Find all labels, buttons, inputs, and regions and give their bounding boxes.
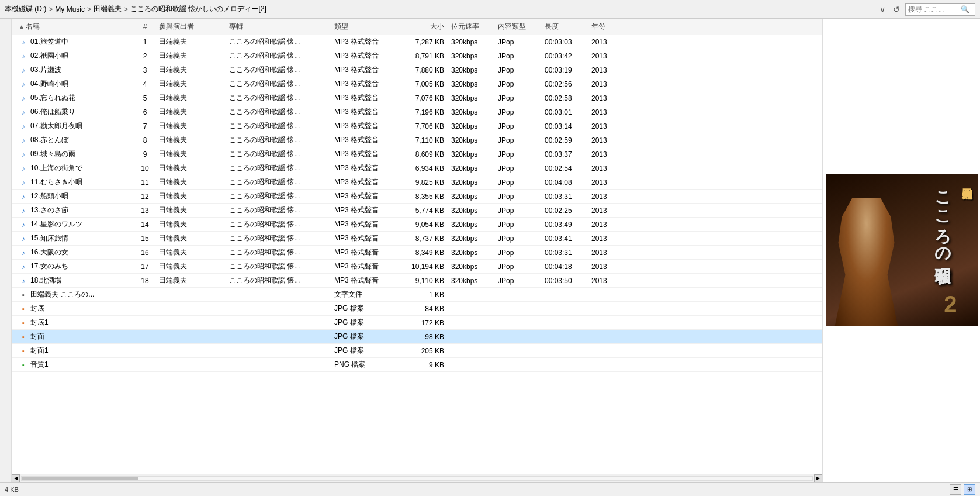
file-num-cell: 7 [133,122,157,130]
file-name-cell: ♪ 06.俺は船乗り [16,107,133,117]
table-row[interactable]: ♪ 02.祇園小唄 2 田端義夫 こころの昭和歌謡 懐... MP3 格式聲音 … [12,49,822,63]
hscroll-left-arrow[interactable]: ◀ [12,474,20,483]
file-year-cell: 2013 [589,277,624,285]
breadcrumb-drive[interactable]: 本機磁碟 (D:) [5,4,46,14]
col-header-num[interactable]: # [133,23,157,31]
table-row[interactable]: ♪ 15.知床旅情 15 田端義夫 こころの昭和歌謡 懐... MP3 格式聲音… [12,232,822,246]
col-header-artist[interactable]: 參與演出者 [157,22,227,32]
file-name-cell: ♪ 09.城々島の雨 [16,149,133,159]
album-panel: こころの昭和歌 田端義夫 2 [822,19,980,482]
file-year-cell: 2013 [589,235,624,243]
file-duration-cell: 00:04:08 [542,178,589,187]
table-row[interactable]: ♪ 13.さのさ節 13 田端義夫 こころの昭和歌謡 懐... MP3 格式聲音… [12,204,822,218]
file-bitrate-cell: 320kbps [449,235,496,243]
table-row[interactable]: ▪ 田端義夫 こころの... 文字文件 1 KB [12,288,822,302]
breadcrumb-artist[interactable]: 田端義夫 [94,4,122,14]
breadcrumb: 本機磁碟 (D:) > My Music > 田端義夫 > こころの昭和歌謡 懐… [5,4,877,14]
table-row[interactable]: ♪ 07.勘太郎月夜唄 7 田端義夫 こころの昭和歌謡 懐... MP3 格式聲… [12,119,822,133]
file-type-cell: PNG 檔案 [332,360,396,370]
hscroll-track[interactable] [21,476,813,481]
table-row[interactable]: ♪ 11.むらさき小唄 11 田端義夫 こころの昭和歌謡 懐... MP3 格式… [12,175,822,190]
file-size-cell: 84 KB [396,305,449,313]
file-album-cell: こころの昭和歌謡 懐... [227,37,332,47]
refresh-button[interactable]: ↺ [891,4,902,15]
file-size-cell: 8,355 KB [396,192,449,201]
file-bitrate-cell: 320kbps [449,38,496,46]
file-bitrate-cell: 320kbps [449,150,496,159]
search-input[interactable] [908,5,961,13]
music-icon: ♪ [19,234,28,243]
col-header-content[interactable]: 內容類型 [496,22,542,32]
file-duration-cell: 00:03:50 [542,277,589,285]
search-icon[interactable]: 🔍 [961,5,969,13]
file-duration-cell: 00:03:49 [542,221,589,229]
file-bitrate-cell: 320kbps [449,122,496,130]
file-name-cell: ▪ 田端義夫 こころの... [16,290,133,299]
file-bitrate-cell: 320kbps [449,164,496,173]
jpg-icon: ▪ [19,318,28,328]
file-duration-cell: 00:03:31 [542,192,589,201]
hscroll-thumb[interactable] [22,477,138,480]
table-row[interactable]: ♪ 10.上海の街角で 10 田端義夫 こころの昭和歌謡 懐... MP3 格式… [12,161,822,175]
file-num-cell: 8 [133,136,157,144]
table-row[interactable]: ▪ 封面1 JPG 檔案 205 KB [12,344,822,358]
table-row[interactable]: ♪ 06.俺は船乗り 6 田端義夫 こころの昭和歌謡 懐... MP3 格式聲音… [12,105,822,119]
breadcrumb-sep-2: > [87,5,91,13]
col-header-size[interactable]: 大小 [396,22,449,32]
file-album-cell: こころの昭和歌謡 懐... [227,79,332,89]
back-button[interactable]: ∨ [877,4,888,15]
col-header-duration[interactable]: 長度 [542,22,589,32]
table-row[interactable]: ♪ 04.野崎小唄 4 田端義夫 こころの昭和歌謡 懐... MP3 格式聲音 … [12,77,822,91]
file-type-cell: MP3 格式聲音 [332,51,396,61]
file-content-cell: JPop [496,277,542,285]
file-artist-cell: 田端義夫 [157,247,227,257]
file-duration-cell: 00:03:41 [542,235,589,243]
table-row[interactable]: ♪ 17.女のみち 17 田端義夫 こころの昭和歌謡 懐... MP3 格式聲音… [12,260,822,274]
file-num-cell: 12 [133,192,157,201]
file-size-cell: 5,774 KB [396,206,449,215]
file-type-cell: MP3 格式聲音 [332,37,396,47]
view-list-button[interactable]: ☰ [950,484,961,495]
breadcrumb-mymusic[interactable]: My Music [55,5,85,13]
file-type-cell: MP3 格式聲音 [332,65,396,75]
hscroll-right-arrow[interactable]: ▶ [814,474,822,483]
table-row[interactable]: ♪ 01.旅笠道中 1 田端義夫 こころの昭和歌謡 懐... MP3 格式聲音 … [12,35,822,49]
table-row[interactable]: ♪ 08.赤とんぼ 8 田端義夫 こころの昭和歌謡 懐... MP3 格式聲音 … [12,133,822,147]
table-row[interactable]: ♪ 18.北酒場 18 田端義夫 こころの昭和歌謡 懐... MP3 格式聲音 … [12,274,822,288]
table-row[interactable]: ♪ 05.忘られぬ花 5 田端義夫 こころの昭和歌謡 懐... MP3 格式聲音… [12,91,822,105]
col-header-year[interactable]: 年份 [589,22,624,32]
table-row[interactable]: ▪ 音質1 PNG 檔案 9 KB [12,358,822,372]
file-content-cell: JPop [496,52,542,60]
table-row[interactable]: ♪ 14.星影のワルツ 14 田端義夫 こころの昭和歌謡 懐... MP3 格式… [12,218,822,232]
file-num-cell: 10 [133,164,157,173]
status-bar: 4 KB ☰ ⊞ [0,482,980,496]
table-row[interactable]: ▪ 封底 JPG 檔案 84 KB [12,302,822,316]
jpg-icon: ▪ [19,332,28,342]
col-header-type[interactable]: 類型 [332,22,396,32]
col-header-bitrate[interactable]: 位元速率 [449,22,496,32]
view-detail-button[interactable]: ⊞ [964,484,975,495]
file-name-cell: ♪ 11.むらさき小唄 [16,177,133,187]
breadcrumb-sep-3: > [124,5,128,13]
table-row[interactable]: ♪ 12.船頭小唄 12 田端義夫 こころの昭和歌謡 懐... MP3 格式聲音… [12,190,822,204]
file-duration-cell: 00:03:03 [542,38,589,46]
file-artist-cell: 田端義夫 [157,205,227,215]
col-header-album[interactable]: 專輯 [227,22,332,32]
file-artist-cell: 田端義夫 [157,65,227,75]
table-row[interactable]: ▪ 封面 JPG 檔案 98 KB [12,330,822,344]
col-header-name[interactable]: ▲ 名稱 [16,22,133,32]
file-bitrate-cell: 320kbps [449,80,496,88]
file-size-cell: 10,194 KB [396,263,449,271]
file-num-cell: 3 [133,66,157,74]
file-bitrate-cell: 320kbps [449,52,496,60]
table-row[interactable]: ♪ 09.城々島の雨 9 田端義夫 こころの昭和歌謡 懐... MP3 格式聲音… [12,147,822,161]
file-album-cell: こころの昭和歌謡 懐... [227,51,332,61]
file-size-cell: 7,110 KB [396,136,449,144]
file-type-cell: MP3 格式聲音 [332,93,396,103]
table-row[interactable]: ♪ 16.大阪の女 16 田端義夫 こころの昭和歌謡 懐... MP3 格式聲音… [12,246,822,260]
table-row[interactable]: ▪ 封底1 JPG 檔案 172 KB [12,316,822,330]
breadcrumb-album[interactable]: こころの昭和歌謡 懐かしいのメロディー[2] [130,4,266,14]
file-artist-cell: 田端義夫 [157,37,227,47]
table-row[interactable]: ♪ 03.片瀬波 3 田端義夫 こころの昭和歌謡 懐... MP3 格式聲音 7… [12,63,822,77]
file-year-cell: 2013 [589,263,624,271]
